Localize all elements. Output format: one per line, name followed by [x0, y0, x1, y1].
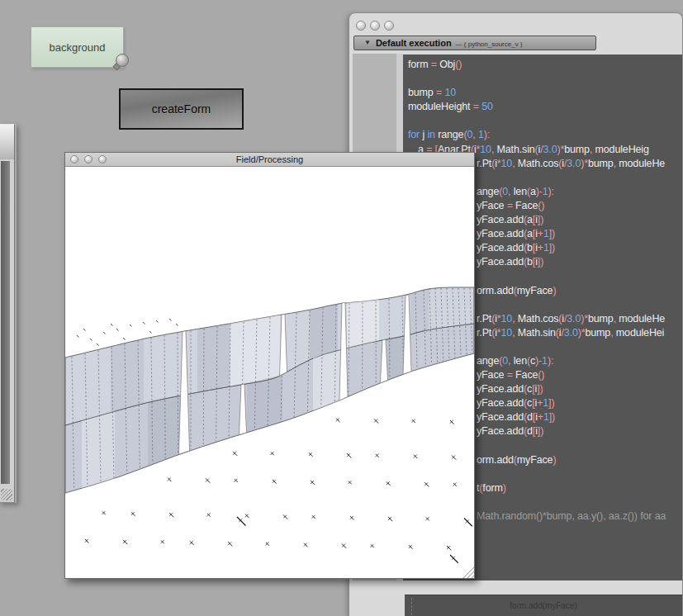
- partial-window-scroll-track[interactable]: [1, 161, 10, 484]
- code-line: [403, 72, 682, 86]
- minimize-window-button[interactable]: [370, 21, 380, 31]
- code-line: [403, 114, 682, 128]
- field-window-title: Field/Processing: [65, 154, 474, 164]
- node-connector-pin-icon[interactable]: [116, 54, 129, 67]
- field-processing-window: Field/Processing: [64, 152, 475, 579]
- create-form-button-label: createForm: [152, 102, 211, 116]
- background-node-label: background: [50, 41, 106, 54]
- ribbon-surface-render: [65, 167, 474, 578]
- collapsed-cell-label: form.add(myFace): [405, 601, 682, 610]
- execution-title: Default execution: [376, 38, 452, 48]
- code-line: form = Obj(): [403, 58, 682, 72]
- execution-subtitle: — ( python_source_v ): [456, 39, 523, 48]
- code-line: moduleHeight = 50: [403, 100, 682, 114]
- field-window-titlebar[interactable]: Field/Processing: [65, 153, 474, 167]
- resize-grip-icon[interactable]: [1, 489, 12, 500]
- collapsed-code-cell[interactable]: form.add(myFace): [405, 595, 682, 616]
- disclosure-triangle-icon[interactable]: ▼: [364, 40, 371, 46]
- partial-window-titlebar[interactable]: [0, 124, 15, 159]
- desktop: { "desktop": { "background_node": { "lab…: [0, 0, 683, 616]
- partial-window-footer: [0, 486, 15, 503]
- code-line: for j in range(0, 1):: [403, 128, 682, 142]
- zoom-window-button[interactable]: [384, 21, 394, 31]
- partial-window-body: [0, 159, 15, 486]
- close-window-button[interactable]: [356, 21, 366, 31]
- processing-3d-viewport[interactable]: [65, 167, 474, 578]
- background-node[interactable]: background: [31, 26, 124, 68]
- code-line: bump = 10: [403, 86, 682, 100]
- partial-window-left[interactable]: [0, 124, 17, 503]
- window-controls: [356, 21, 406, 31]
- create-form-button[interactable]: createForm: [119, 88, 244, 130]
- execution-header-bar[interactable]: ▼ Default execution — ( python_source_v …: [353, 36, 596, 50]
